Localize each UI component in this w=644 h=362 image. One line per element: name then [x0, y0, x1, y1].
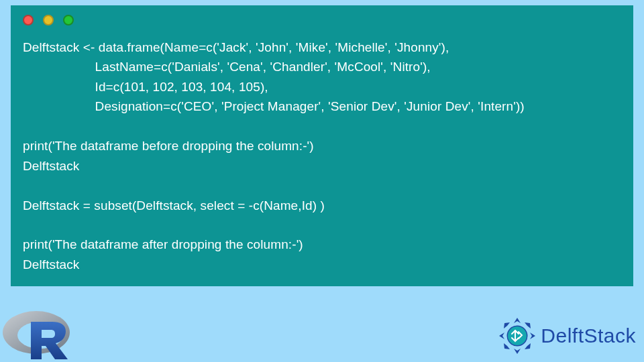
delftstack-brand-text: DelftStack: [541, 324, 636, 347]
minimize-dot-icon: [43, 15, 54, 25]
r-language-logo-icon: [1, 307, 75, 361]
delftstack-badge-icon: [498, 316, 537, 355]
delftstack-logo: DelftStack: [498, 316, 636, 355]
close-dot-icon: [23, 15, 34, 25]
svg-point-3: [508, 326, 527, 345]
code-block: Delftstack <- data.frame(Name=c('Jack', …: [23, 38, 621, 274]
maximize-dot-icon: [63, 15, 74, 25]
footer: DelftStack: [0, 307, 644, 362]
window-dots: [23, 15, 621, 25]
code-panel: Delftstack <- data.frame(Name=c('Jack', …: [11, 5, 633, 286]
